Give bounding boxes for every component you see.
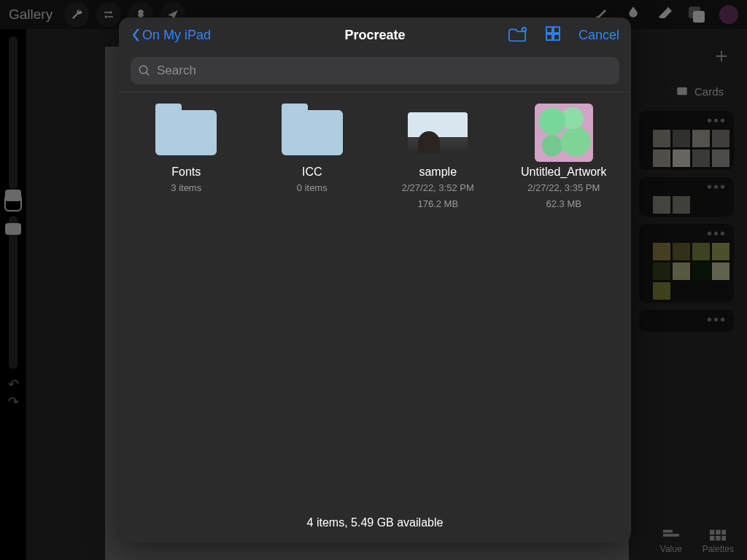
- item-name: sample: [419, 166, 457, 179]
- modal-header: On My iPad Procreate Cancel: [119, 18, 631, 52]
- item-name: Untitled_Artwork: [521, 166, 606, 179]
- search-bar[interactable]: [131, 57, 619, 85]
- folder-icon: [155, 107, 217, 158]
- file-thumbnail: [406, 107, 469, 158]
- folder-item[interactable]: Fonts 3 items: [126, 107, 247, 210]
- search-icon: [138, 64, 151, 77]
- item-date: 2/27/22, 3:52 PM: [402, 182, 474, 195]
- cancel-button[interactable]: Cancel: [578, 28, 619, 43]
- item-size: 62.3 MB: [546, 198, 581, 211]
- item-name: Fonts: [171, 166, 201, 179]
- svg-rect-11: [554, 27, 560, 33]
- file-thumbnail: [533, 107, 595, 158]
- item-date: 2/27/22, 3:35 PM: [527, 182, 600, 195]
- file-picker-modal: On My iPad Procreate Cancel Fonts 3 item…: [119, 18, 631, 542]
- new-folder-icon[interactable]: [508, 25, 527, 45]
- file-item[interactable]: Untitled_Artwork 2/27/22, 3:35 PM 62.3 M…: [504, 107, 624, 210]
- folder-icon: [281, 107, 344, 158]
- svg-rect-13: [554, 34, 560, 40]
- item-meta: 0 items: [297, 182, 328, 195]
- svg-rect-12: [546, 34, 552, 40]
- file-grid: Fonts 3 items ICC 0 items sample 2/27/22…: [119, 93, 631, 225]
- search-input[interactable]: [157, 63, 612, 78]
- back-button[interactable]: On My iPad: [131, 27, 211, 43]
- grid-view-icon[interactable]: [543, 25, 562, 45]
- modal-footer-status: 4 items, 5.49 GB available: [119, 506, 631, 542]
- item-meta: 3 items: [171, 182, 201, 195]
- back-button-label: On My iPad: [142, 28, 211, 43]
- folder-item[interactable]: ICC 0 items: [252, 107, 373, 210]
- item-name: ICC: [302, 166, 322, 179]
- svg-rect-10: [546, 27, 552, 33]
- file-item[interactable]: sample 2/27/22, 3:52 PM 176.2 MB: [378, 107, 498, 210]
- item-size: 176.2 MB: [417, 198, 458, 211]
